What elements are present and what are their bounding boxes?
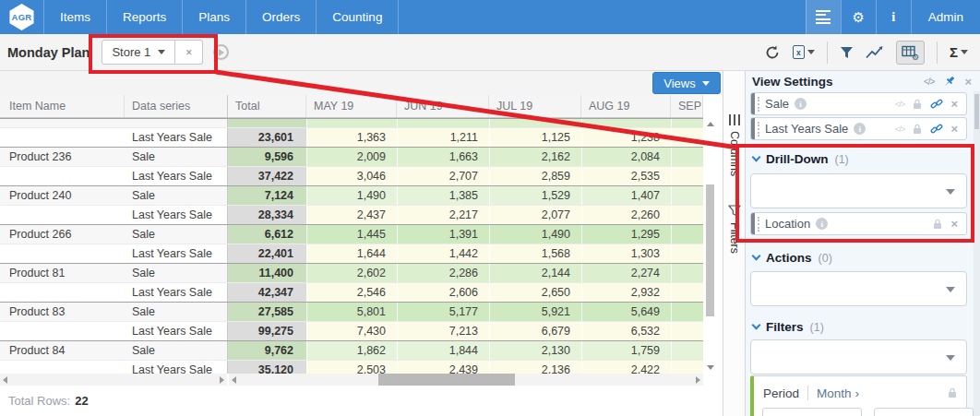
aggregate-button[interactable]: Σ <box>950 44 968 60</box>
scroll-up-icon[interactable] <box>707 122 714 126</box>
chevron-down-icon[interactable] <box>752 153 761 162</box>
chart-view-button[interactable] <box>866 45 884 59</box>
store-filter-dropdown[interactable]: Store 1 <box>102 40 175 65</box>
nav-item-orders[interactable]: Orders <box>246 0 317 34</box>
lock-icon[interactable] <box>932 219 943 230</box>
lock-icon[interactable] <box>912 99 923 110</box>
actions-add-dropdown[interactable] <box>750 271 967 306</box>
admin-menu[interactable]: Admin <box>911 0 980 34</box>
column-header-total[interactable]: Total <box>228 95 306 117</box>
nav-item-reports[interactable]: Reports <box>107 0 183 34</box>
lock-icon[interactable] <box>947 387 958 398</box>
cell-data-series: Last Years Sale <box>125 167 228 185</box>
drill-down-add-dropdown[interactable] <box>750 173 967 208</box>
series-item-sale[interactable]: Sale i </> × <box>750 92 967 115</box>
cell-may-19: 1,363 <box>306 128 397 147</box>
close-icon[interactable]: × <box>964 76 972 88</box>
series-item-label: Last Years Sale <box>765 122 848 136</box>
section-actions[interactable]: Actions (0) <box>753 251 832 265</box>
cell-may-19: 3,046 <box>306 167 397 185</box>
side-tab-strip: Columns Filters <box>723 71 745 416</box>
section-drill-down[interactable]: Drill-Down (1) <box>753 152 849 166</box>
remove-icon[interactable]: × <box>950 123 958 135</box>
column-header-data-series[interactable]: Data series <box>125 95 228 117</box>
cell-may-19: 2,602 <box>306 264 397 282</box>
table-row: Product 236 Sale 9,596 2,009 1,663 2,162… <box>0 147 703 166</box>
nav-item-plans[interactable]: Plans <box>183 0 246 34</box>
settings-button[interactable]: ⚙ <box>841 0 876 34</box>
link-icon[interactable] <box>930 98 943 110</box>
filter-period-value[interactable]: Month <box>817 386 852 400</box>
refresh-button[interactable] <box>764 44 781 61</box>
link-icon[interactable] <box>930 123 943 135</box>
nav-item-items[interactable]: Items <box>44 0 107 34</box>
frozen-pane-hscrollbar[interactable] <box>0 374 227 386</box>
cell-sep-19 <box>671 341 703 360</box>
export-excel-button[interactable]: x <box>793 45 815 59</box>
column-header-jun-19[interactable]: JUN 19 <box>397 95 489 117</box>
cell-jul-19: 1,125 <box>489 128 581 147</box>
chevron-down-icon <box>946 287 955 292</box>
column-header-item-name[interactable]: Item Name <box>0 95 125 117</box>
column-header-aug-19[interactable]: AUG 19 <box>581 95 671 117</box>
list-menu-button[interactable] <box>806 0 841 34</box>
cell-aug-19: 6,532 <box>581 322 671 340</box>
table-settings-button-active[interactable]: ⚙ <box>896 41 925 65</box>
remove-icon[interactable]: × <box>950 218 958 230</box>
filter-button[interactable] <box>840 46 854 59</box>
columns-icon <box>729 114 741 125</box>
tab-filters[interactable]: Filters <box>723 205 746 254</box>
table-row: Product 84 Sale 9,762 1,862 1,844 2,130 … <box>0 340 703 360</box>
excel-export-icon: x <box>793 45 805 59</box>
run-filter-button[interactable] <box>213 44 229 60</box>
scroll-left-icon[interactable] <box>232 376 236 384</box>
period-to-input[interactable] <box>874 408 974 416</box>
table-row: Last Years Sale 28,334 2,437 2,217 2,077… <box>0 205 703 224</box>
vertical-scrollbar-thumb[interactable] <box>706 184 714 316</box>
data-pane-hscrollbar[interactable] <box>229 374 703 386</box>
agr-logo[interactable]: AGR <box>0 0 44 34</box>
info-button[interactable]: i <box>876 0 911 34</box>
drill-down-item-location[interactable]: Location i × <box>750 212 967 235</box>
views-button[interactable]: Views <box>652 72 721 94</box>
period-from-input[interactable] <box>762 408 862 416</box>
navbar-spacer <box>399 0 805 34</box>
column-header-sep-19[interactable]: SEP 19 <box>671 95 703 117</box>
cell-jun-19: 2,286 <box>397 264 489 282</box>
pin-icon[interactable] <box>942 75 956 89</box>
cell-jul-19: 1,568 <box>489 244 581 263</box>
filters-add-dropdown[interactable] <box>750 339 967 374</box>
series-item-last-years-sale[interactable]: Last Years Sale i </> × <box>750 117 967 140</box>
cell-data-series: Sale <box>125 148 228 166</box>
code-icon[interactable]: </> <box>895 99 905 109</box>
column-header-may-19[interactable]: MAY 19 <box>306 95 397 117</box>
drag-handle[interactable] <box>751 93 755 114</box>
cell-total: 7,124 <box>228 186 306 205</box>
scroll-down-icon[interactable] <box>707 365 714 370</box>
remove-icon[interactable]: × <box>950 98 958 110</box>
scroll-right-icon[interactable] <box>220 376 224 384</box>
code-icon[interactable]: </> <box>895 124 905 134</box>
horizontal-scrollbar-thumb[interactable] <box>378 374 515 386</box>
column-header-jul-19[interactable]: JUL 19 <box>489 95 581 117</box>
code-icon[interactable]: </> <box>924 77 934 87</box>
scroll-right-icon[interactable] <box>696 376 700 384</box>
drag-handle[interactable] <box>751 213 755 234</box>
table-vertical-scrollbar[interactable] <box>704 118 716 374</box>
section-filters[interactable]: Filters (1) <box>753 320 824 334</box>
lock-icon[interactable] <box>912 124 923 135</box>
chevron-down-icon[interactable] <box>752 252 761 261</box>
store-filter-remove-button[interactable]: × <box>175 40 203 65</box>
list-icon <box>816 7 831 27</box>
cell-may-19: 2,546 <box>306 283 397 302</box>
cell-may-19: 7,430 <box>306 322 397 340</box>
section-count: (0) <box>819 252 832 265</box>
drag-handle[interactable] <box>751 118 755 139</box>
tab-columns[interactable]: Columns <box>723 114 746 176</box>
panel-scrollbar[interactable] <box>974 91 980 416</box>
nav-item-counting[interactable]: Counting <box>317 0 399 34</box>
chevron-down-icon[interactable] <box>752 321 761 330</box>
panel-scrollbar-thumb[interactable] <box>974 94 979 129</box>
cell-jun-19: 2,217 <box>397 206 489 224</box>
scroll-left-icon[interactable] <box>3 376 7 384</box>
